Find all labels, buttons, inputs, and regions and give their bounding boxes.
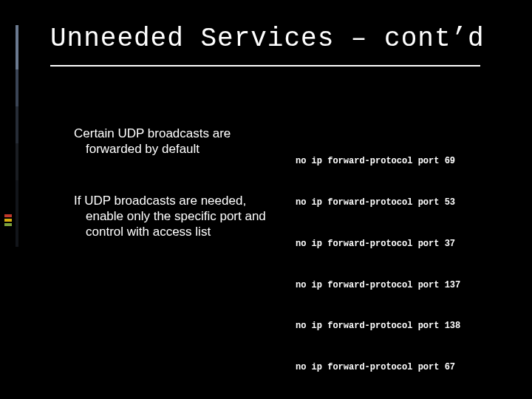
- accent-tick-yellow: [4, 219, 12, 222]
- config-line: no ip forward-protocol port 37: [296, 237, 460, 251]
- paragraph-1: Certain UDP broadcasts are forwarded by …: [74, 126, 266, 157]
- title-underline: [50, 65, 480, 66]
- accent-tick-green: [4, 223, 12, 226]
- slide: Unneeded Services – cont’d Certain UDP b…: [0, 0, 532, 399]
- accent-bar: [9, 25, 25, 284]
- slide-title: Unneeded Services – cont’d: [50, 24, 502, 54]
- paragraph-2: If UDP broadcasts are needed, enable onl…: [74, 193, 266, 240]
- accent-segment: [16, 143, 18, 180]
- accent-segment: [16, 25, 18, 69]
- config-line: no ip forward-protocol port 69: [296, 154, 460, 168]
- accent-segment: [16, 69, 18, 106]
- config-block: no ip forward-protocol port 69 no ip for…: [296, 127, 460, 399]
- config-line: no ip forward-protocol port 53: [296, 196, 460, 210]
- accent-segment: [16, 106, 18, 143]
- accent-tick-red: [4, 214, 12, 217]
- accent-segment: [16, 180, 18, 247]
- config-line: no ip forward-protocol port 137: [296, 279, 460, 293]
- config-line: no ip forward-protocol port 67: [296, 361, 460, 375]
- body-text-left: Certain UDP broadcasts are forwarded by …: [74, 126, 266, 275]
- config-line: no ip forward-protocol port 138: [296, 319, 460, 333]
